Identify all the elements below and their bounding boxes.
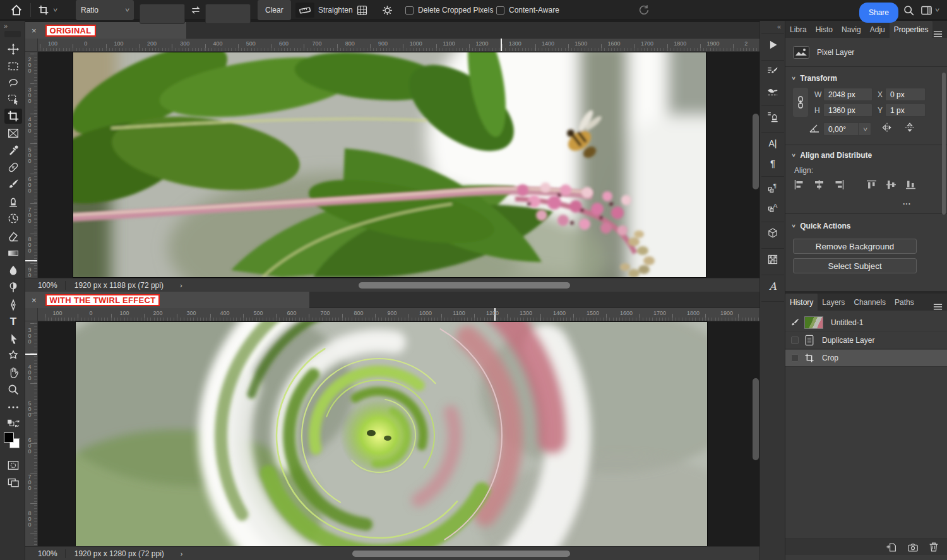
tab-adju[interactable]: Adju <box>866 21 890 38</box>
transform-section-header[interactable]: > Transform <box>792 74 837 83</box>
shape-tool[interactable] <box>4 348 22 363</box>
tab-paths[interactable]: Paths <box>890 294 919 311</box>
blur-tool[interactable] <box>4 263 22 278</box>
crop-settings-button[interactable] <box>381 0 393 20</box>
dodge-tool[interactable] <box>4 280 22 295</box>
align-left-icon[interactable] <box>794 180 805 189</box>
edit-toolbar-button[interactable] <box>4 400 22 415</box>
canvas-area[interactable]: 200300400500600700800900 <box>25 52 759 278</box>
flip-horizontal-button[interactable] <box>881 122 893 133</box>
tab-libra[interactable]: Libra <box>785 21 811 38</box>
history-item-snapshot[interactable]: Untitled-1 <box>785 314 947 331</box>
select-subject-button[interactable]: Select Subject <box>793 258 917 273</box>
share-button[interactable]: Share <box>859 3 898 23</box>
hand-tool[interactable] <box>4 365 22 380</box>
history-source-box[interactable] <box>791 354 799 362</box>
link-dimensions-button[interactable] <box>793 88 808 117</box>
zoom-level[interactable]: 100% <box>25 549 65 558</box>
object-selection-tool[interactable] <box>4 92 22 107</box>
swap-colors-button[interactable] <box>4 416 22 431</box>
swap-dimensions-button[interactable] <box>190 0 201 20</box>
align-right-icon[interactable] <box>833 180 844 189</box>
align-more-button[interactable]: ... <box>903 198 911 206</box>
history-brush-source-cell[interactable] <box>785 318 804 328</box>
brush-settings-panel-button[interactable] <box>763 63 783 80</box>
zoom-tool[interactable] <box>4 382 22 397</box>
clear-button[interactable]: Clear <box>258 0 291 20</box>
tab-layers[interactable]: Layers <box>818 294 849 311</box>
glyphs-panel-button[interactable]: A <box>763 277 783 295</box>
align-section-header[interactable]: > Align and Distribute <box>792 151 872 160</box>
status-chevron-icon[interactable]: › <box>181 550 183 557</box>
path-selection-tool[interactable] <box>4 331 22 347</box>
clone-source-panel-button[interactable] <box>763 108 783 126</box>
flip-vertical-button[interactable] <box>904 122 915 133</box>
type-tool[interactable]: T <box>4 314 22 330</box>
align-center-horizontal-icon[interactable] <box>814 180 825 189</box>
history-item-crop[interactable]: Crop <box>785 350 947 367</box>
marquee-tool[interactable] <box>4 59 22 74</box>
angle-dropdown[interactable]: > <box>858 123 871 135</box>
history-item-duplicate-layer[interactable]: Duplicate Layer <box>785 332 947 349</box>
align-top-icon[interactable] <box>867 180 878 189</box>
width-input[interactable]: 2048 px <box>823 88 873 101</box>
character-panel-button[interactable]: A| <box>763 134 783 152</box>
brush-tool[interactable] <box>4 177 22 192</box>
twirl-canvas[interactable] <box>76 322 707 546</box>
brushes-panel-button[interactable] <box>763 83 783 100</box>
paragraph-styles-panel-button[interactable]: ¶ <box>763 179 783 196</box>
pen-tool[interactable] <box>4 297 22 313</box>
lasso-tool[interactable] <box>4 75 22 90</box>
search-button[interactable] <box>903 0 915 20</box>
quick-mask-button[interactable] <box>4 458 22 473</box>
horizontal-ruler[interactable]: 1000100200300400500600700800900100011001… <box>38 39 759 52</box>
patterns-panel-button[interactable] <box>763 251 783 268</box>
horizontal-scrollbar[interactable] <box>359 282 570 289</box>
photo-canvas[interactable] <box>73 52 706 277</box>
crop-tool[interactable] <box>4 109 22 124</box>
history-brush-tool[interactable] <box>4 211 22 226</box>
panel-menu-button[interactable] <box>933 30 947 38</box>
angle-input[interactable]: 0,00° > <box>823 122 871 136</box>
eyedropper-tool[interactable] <box>4 143 22 158</box>
foreground-color-swatch[interactable] <box>4 432 14 443</box>
tab-histo[interactable]: Histo <box>811 21 837 38</box>
3d-panel-button[interactable] <box>763 224 783 242</box>
color-swatches[interactable] <box>4 432 21 450</box>
vertical-ruler[interactable]: 200300400500600700800900 <box>25 52 38 278</box>
ratio-select[interactable]: Ratio > <box>76 0 134 20</box>
quick-actions-header[interactable]: > Quick Actions <box>792 222 851 230</box>
remove-background-button[interactable]: Remove Background <box>793 239 917 254</box>
horizontal-scrollbar[interactable] <box>352 551 570 557</box>
screen-mode-button[interactable] <box>4 475 22 490</box>
healing-brush-tool[interactable] <box>4 160 22 175</box>
align-center-vertical-icon[interactable] <box>886 180 897 189</box>
home-button[interactable] <box>10 0 23 20</box>
close-tab-icon[interactable]: × <box>32 295 37 305</box>
document-tab[interactable]: × ORIGINAL <box>25 22 186 39</box>
overlay-options-button[interactable] <box>356 0 368 20</box>
expand-toolbar-icon[interactable]: » <box>4 22 7 30</box>
actions-panel-button[interactable] <box>763 36 783 54</box>
content-aware-checkbox[interactable]: Content-Aware <box>496 0 559 20</box>
close-tab-icon[interactable]: × <box>32 26 37 35</box>
eraser-tool[interactable] <box>4 229 22 244</box>
vertical-ruler[interactable]: 300400500600700800900 <box>25 321 38 546</box>
paragraph-panel-button[interactable]: ¶ <box>763 154 783 172</box>
crop-width-input[interactable] <box>140 4 185 24</box>
tab-channels[interactable]: Channels <box>849 294 890 311</box>
x-input[interactable]: 0 px <box>885 88 926 101</box>
document-tab[interactable]: × WITH THE TWIRL EFFECT <box>25 292 309 308</box>
status-chevron-icon[interactable]: › <box>180 282 182 289</box>
horizontal-ruler[interactable]: 1000100200300400500600700800900100011001… <box>38 308 759 321</box>
align-bottom-icon[interactable] <box>906 180 917 189</box>
move-tool[interactable] <box>4 42 22 57</box>
height-input[interactable]: 1360 px <box>823 104 873 117</box>
new-document-from-state-icon[interactable] <box>886 542 897 552</box>
vertical-scrollbar[interactable] <box>753 378 759 460</box>
collapse-dock-icon[interactable]: « <box>777 23 780 30</box>
tab-history[interactable]: History <box>785 294 818 311</box>
delete-cropped-pixels-checkbox[interactable]: Delete Cropped Pixels <box>405 0 493 20</box>
toolbar-grip[interactable] <box>4 31 21 37</box>
delete-state-trash-icon[interactable] <box>929 542 939 552</box>
